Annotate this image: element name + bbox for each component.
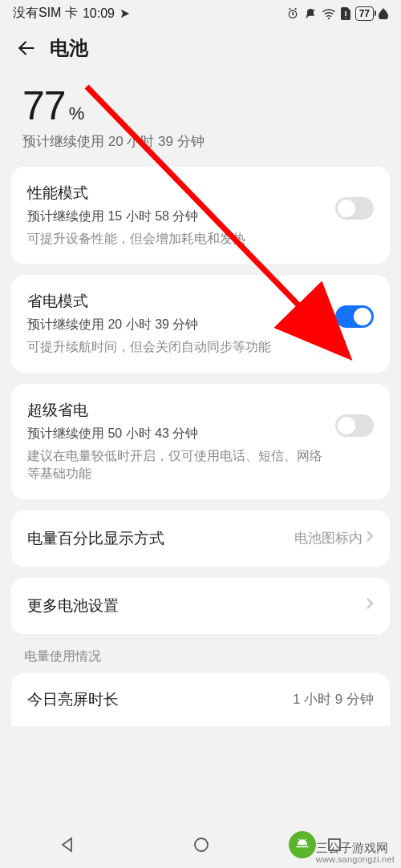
percent-display-value: 电池图标内	[294, 529, 363, 547]
battery-pct-symbol: %	[69, 103, 85, 124]
super-save-mode-toggle[interactable]	[335, 414, 374, 437]
watermark-logo	[289, 831, 316, 858]
super-save-mode-title: 超级省电	[27, 400, 326, 421]
chevron-right-icon	[366, 530, 374, 547]
performance-mode-estimate: 预计继续使用 15 小时 58 分钟	[27, 208, 326, 225]
page-header: 电池	[0, 25, 401, 70]
battery-hero: 77 % 预计继续使用 20 小时 39 分钟	[0, 70, 401, 155]
battery-estimate: 预计继续使用 20 小时 39 分钟	[22, 132, 379, 151]
battery-indicator: 77	[355, 6, 374, 21]
sim-card-icon	[341, 7, 350, 20]
super-save-mode-card: 超级省电 预计继续使用 50 小时 43 分钟 建议在电量较低时开启，仅可使用电…	[11, 384, 390, 499]
page-title: 电池	[50, 35, 88, 61]
performance-mode-desc: 可提升设备性能，但会增加耗电和发热	[27, 230, 326, 248]
leaf-icon	[379, 8, 388, 19]
signal-icon	[119, 8, 131, 19]
status-bar: 没有SIM 卡 10:09 77	[0, 0, 401, 25]
super-save-mode-desc: 建议在电量较低时开启，仅可使用电话、短信、网络等基础功能	[27, 447, 326, 483]
status-time: 10:09	[83, 6, 115, 21]
percent-display-value-group: 电池图标内	[294, 529, 374, 547]
alarm-icon	[286, 7, 299, 20]
watermark-name: 三公子游戏网	[316, 841, 395, 854]
performance-mode-card: 性能模式 预计继续使用 15 小时 58 分钟 可提升设备性能，但会增加耗电和发…	[11, 167, 390, 264]
nav-back-button[interactable]	[43, 829, 91, 864]
svg-point-1	[328, 17, 330, 18]
chevron-right-icon	[366, 597, 374, 614]
percent-display-row[interactable]: 电量百分比显示方式 电池图标内	[11, 511, 390, 567]
mute-icon	[304, 7, 317, 20]
battery-pct-number: 77	[22, 83, 66, 129]
usage-section-label: 电量使用情况	[0, 634, 401, 665]
sim-status: 没有SIM 卡	[13, 5, 78, 22]
performance-mode-toggle[interactable]	[335, 197, 374, 220]
power-save-mode-title: 省电模式	[27, 291, 326, 312]
back-button[interactable]	[16, 34, 45, 62]
watermark-url: www.sangongzi.net	[316, 854, 395, 865]
watermark-text: 三公子游戏网 www.sangongzi.net	[316, 841, 395, 865]
power-save-mode-card: 省电模式 预计继续使用 20 小时 39 分钟 可提升续航时间，但会关闭自动同步…	[11, 275, 390, 372]
power-save-mode-desc: 可提升续航时间，但会关闭自动同步等功能	[27, 338, 326, 356]
battery-percentage: 77 %	[22, 83, 379, 129]
performance-mode-title: 性能模式	[27, 183, 326, 204]
more-settings-title: 更多电池设置	[27, 595, 119, 616]
more-settings-row[interactable]: 更多电池设置	[11, 578, 390, 634]
wifi-icon	[322, 8, 336, 19]
percent-display-title: 电量百分比显示方式	[27, 528, 164, 549]
svg-point-6	[305, 839, 306, 841]
nav-home-button[interactable]	[177, 829, 225, 864]
power-save-mode-toggle[interactable]	[335, 305, 374, 328]
battery-percent: 77	[359, 8, 370, 19]
screen-on-value: 1 小时 9 分钟	[293, 690, 374, 709]
svg-point-5	[298, 839, 300, 841]
power-save-mode-estimate: 预计继续使用 20 小时 39 分钟	[27, 317, 326, 333]
status-right: 77	[286, 6, 388, 21]
super-save-mode-estimate: 预计继续使用 50 小时 43 分钟	[27, 426, 326, 442]
screen-on-row[interactable]: 今日亮屏时长 1 小时 9 分钟	[11, 673, 390, 726]
status-left: 没有SIM 卡 10:09	[13, 5, 131, 22]
svg-point-2	[195, 838, 208, 851]
screen-on-title: 今日亮屏时长	[27, 689, 119, 710]
